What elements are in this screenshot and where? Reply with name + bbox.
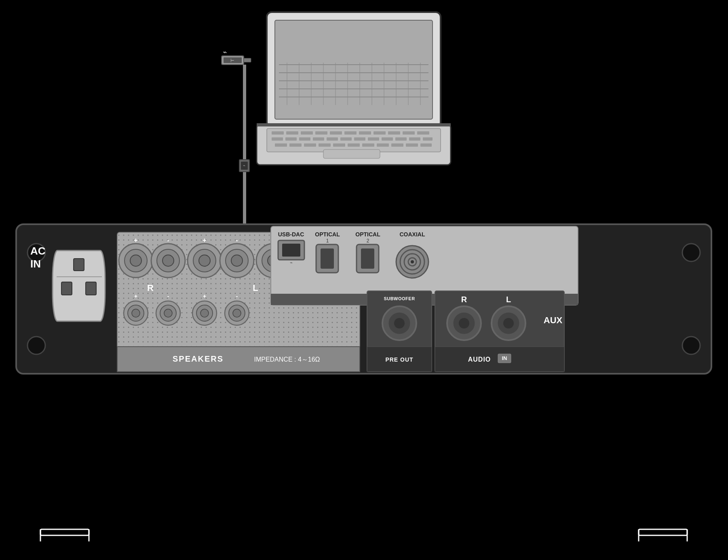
svg-point-98 <box>199 255 210 266</box>
svg-point-122 <box>164 309 172 317</box>
svg-rect-29 <box>373 131 386 135</box>
usb-dac-label: USB-DAC <box>278 231 304 238</box>
svg-rect-44 <box>423 137 433 141</box>
svg-rect-48 <box>319 143 331 147</box>
svg-text:1: 1 <box>326 238 329 244</box>
svg-text:-: - <box>236 293 238 299</box>
usb-symbol-cable-top: ⌁ <box>223 48 227 56</box>
svg-rect-51 <box>362 143 374 147</box>
svg-rect-31 <box>403 131 415 135</box>
svg-point-92 <box>130 255 141 266</box>
svg-point-74 <box>682 337 700 354</box>
svg-text:⌁: ⌁ <box>243 163 245 168</box>
coaxial-label: COAXIAL <box>400 231 425 238</box>
svg-rect-2 <box>275 20 433 119</box>
ac-in-label: AC <box>30 245 46 257</box>
svg-rect-33 <box>272 137 283 141</box>
svg-point-119 <box>132 309 140 317</box>
impedance-label: IMPEDANCE : 4～16Ω <box>254 356 320 363</box>
svg-text:2: 2 <box>367 238 369 244</box>
laptop-illustration <box>257 12 451 165</box>
audio-in-section: R L AUX AUDIO IN <box>435 291 564 372</box>
svg-rect-40 <box>368 137 379 141</box>
svg-rect-30 <box>388 131 400 135</box>
svg-rect-24 <box>301 131 313 135</box>
svg-rect-138 <box>321 248 334 269</box>
svg-rect-61 <box>244 58 251 62</box>
svg-rect-27 <box>344 131 357 135</box>
svg-text:+: + <box>203 237 206 244</box>
svg-rect-38 <box>340 137 352 141</box>
audio-label: AUDIO <box>468 356 491 363</box>
svg-rect-25 <box>315 131 327 135</box>
svg-rect-43 <box>409 137 420 141</box>
svg-rect-22 <box>272 131 284 135</box>
svg-rect-42 <box>395 137 407 141</box>
l-channel-label: L <box>506 295 511 304</box>
svg-rect-56 <box>323 149 380 158</box>
svg-rect-46 <box>289 143 302 147</box>
svg-point-128 <box>233 309 241 317</box>
aux-label: AUX <box>544 315 563 325</box>
amplifier-back-panel: AC IN + - + <box>16 224 711 374</box>
svg-point-95 <box>162 255 174 266</box>
svg-point-146 <box>411 260 414 263</box>
svg-rect-57 <box>257 123 451 126</box>
svg-rect-141 <box>361 248 374 269</box>
svg-text:-: - <box>236 237 238 244</box>
svg-rect-79 <box>86 282 96 295</box>
subwoofer-label: SUBWOOFER <box>384 296 415 301</box>
svg-rect-45 <box>275 143 287 147</box>
svg-text:⊢: ⊢ <box>230 58 234 63</box>
svg-rect-32 <box>417 131 429 135</box>
pre-out-section: SUBWOOFER PRE OUT <box>367 291 432 372</box>
svg-rect-47 <box>304 143 316 147</box>
svg-text:R: R <box>147 283 154 293</box>
svg-rect-76 <box>74 259 84 271</box>
optical-1-label: OPTICAL <box>315 231 340 238</box>
svg-point-72 <box>27 337 45 354</box>
audio-in-badge: IN <box>502 355 507 361</box>
svg-text:+: + <box>134 293 137 299</box>
svg-text:-: - <box>167 293 169 299</box>
svg-rect-23 <box>286 131 298 135</box>
svg-rect-34 <box>285 137 297 141</box>
main-diagram: ⊢ ⌁ ⌁ AC IN <box>0 0 728 560</box>
svg-text:-: - <box>167 237 169 244</box>
speakers-label: SPEAKERS <box>173 354 224 363</box>
svg-point-150 <box>394 318 405 329</box>
svg-point-125 <box>200 309 209 317</box>
svg-text:⌁: ⌁ <box>223 48 227 56</box>
svg-rect-55 <box>420 143 432 147</box>
svg-rect-54 <box>406 143 418 147</box>
svg-rect-41 <box>382 137 393 141</box>
svg-text:⌁: ⌁ <box>290 260 293 265</box>
svg-point-101 <box>231 255 243 266</box>
svg-rect-129 <box>117 347 360 372</box>
svg-text:+: + <box>203 293 206 299</box>
pre-out-label: PRE OUT <box>385 356 413 363</box>
svg-rect-28 <box>359 131 371 135</box>
svg-text:+: + <box>134 237 137 244</box>
svg-rect-39 <box>354 137 365 141</box>
svg-point-155 <box>458 318 470 329</box>
svg-text:L: L <box>253 283 258 293</box>
r-channel-label: R <box>461 295 467 304</box>
optical-2-label: OPTICAL <box>355 231 380 238</box>
svg-rect-36 <box>313 137 324 141</box>
svg-rect-37 <box>327 137 338 141</box>
svg-rect-78 <box>61 282 72 295</box>
svg-rect-50 <box>348 143 360 147</box>
svg-point-73 <box>682 244 700 261</box>
ac-in-label2: IN <box>30 258 41 270</box>
svg-rect-26 <box>330 131 342 135</box>
svg-rect-53 <box>391 143 403 147</box>
svg-rect-52 <box>377 143 389 147</box>
svg-rect-35 <box>299 137 310 141</box>
svg-rect-134 <box>282 244 300 257</box>
svg-rect-49 <box>333 143 345 147</box>
svg-point-158 <box>503 318 514 329</box>
